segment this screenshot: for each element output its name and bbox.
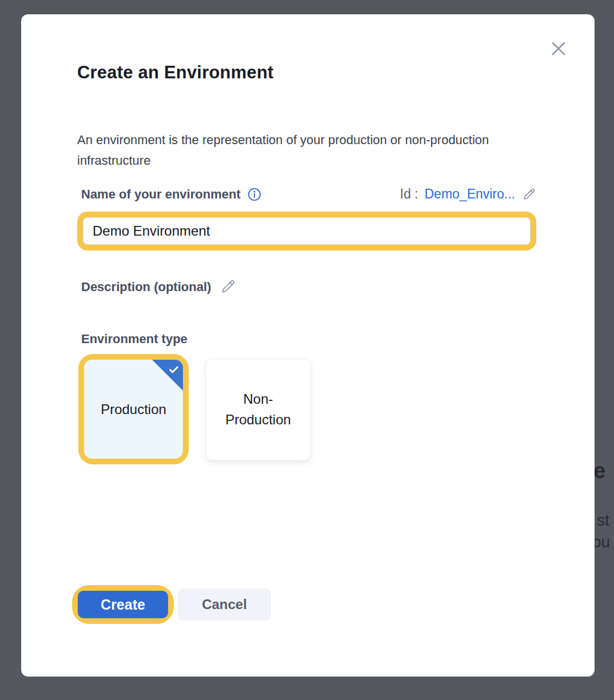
environment-name-input[interactable] [83,217,531,245]
create-button-highlight-ring highlight-ring: Create [72,585,174,624]
environment-type-option-production[interactable]: Production [84,360,183,459]
name-input-highlight-ring highlight-ring [77,212,536,250]
description-field-header: Description (optional) [81,279,236,295]
production-card-highlight-ring: Production [78,354,189,464]
environment-type-option-non-production[interactable]: Non-Production [206,359,310,460]
environment-id-value[interactable]: Demo_Enviro... [424,186,515,202]
non-production-option-label: Non-Production [219,389,297,430]
clipped-right-text-line1: e [593,459,605,483]
modal-title: Create an Environment [77,62,274,83]
check-icon [168,363,180,376]
close-icon [548,38,569,59]
modal-intro-text: An environment is the representation of … [77,130,505,171]
info-icon[interactable] [247,187,262,202]
clipped-right-text-line2: st [597,511,609,530]
id-prefix-label: Id : [400,186,418,202]
clipped-right-text-line3: ou [592,533,610,551]
name-field-label: Name of your environment [81,187,241,202]
environment-type-label: Environment type [81,332,188,346]
edit-id-pencil-icon[interactable] [521,187,536,202]
create-environment-modal: Create an Environment An environment is … [21,14,595,677]
production-option-label: Production [101,401,166,417]
cancel-button[interactable]: Cancel [178,588,271,621]
create-button[interactable]: Create [78,591,168,618]
close-button[interactable] [546,36,571,61]
edit-description-pencil-icon[interactable] [220,279,236,295]
description-field-label: Description (optional) [81,280,211,295]
modal-backdrop: e st ou Create an Environment An environ… [0,0,614,700]
name-field-header: Name of your environment Id : Demo_Envir… [81,186,536,202]
environment-id-group: Id : Demo_Enviro... [400,186,536,202]
